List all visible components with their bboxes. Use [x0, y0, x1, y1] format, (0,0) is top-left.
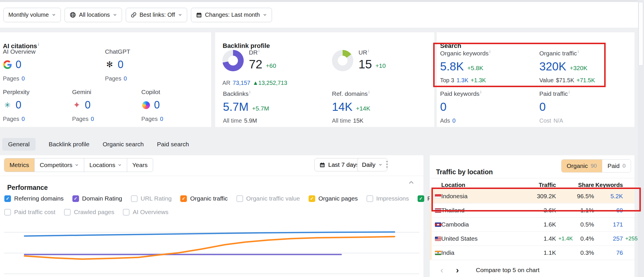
- chevron-down-icon: [378, 163, 382, 167]
- checkbox: [236, 195, 243, 202]
- segment-competitors[interactable]: Competitors: [34, 158, 84, 172]
- copilot-pages-link[interactable]: 0: [160, 116, 163, 122]
- metric-toggle-impressions[interactable]: Impressions: [367, 195, 409, 202]
- collapse-section-chevron-up-icon[interactable]: [408, 179, 415, 187]
- table-row-thailand[interactable]: Thailand 3.6K 1.1% 69: [430, 203, 634, 218]
- metric-toggle-referring-domains[interactable]: Referring domains: [4, 195, 64, 202]
- metric-toggle-url-rating[interactable]: URL Rating: [131, 195, 172, 202]
- filters-toolbar: Monthly volume All locations Best links:…: [0, 2, 638, 28]
- toggle-organic[interactable]: Organic90: [562, 160, 602, 172]
- ads-count-link[interactable]: 0: [452, 117, 455, 124]
- table-row-india[interactable]: India 1.1K 0.3% 76: [430, 246, 634, 260]
- chatgpt-metric: ChatGPT ✻0 Pages0: [105, 48, 130, 82]
- metric-toggle-organic-traffic-value[interactable]: Organic traffic value: [236, 195, 300, 202]
- page-next-chevron-icon[interactable]: ›: [452, 266, 463, 274]
- segment-locations[interactable]: Locations: [84, 158, 127, 172]
- table-row-indonesia[interactable]: Indonesia 309.2K 96.5% 5.2K: [430, 189, 634, 203]
- locations-filter-button[interactable]: All locations: [65, 8, 122, 22]
- top3-keywords-link[interactable]: 1.3K: [457, 77, 468, 83]
- perplexity-count-link[interactable]: 0: [16, 99, 21, 111]
- chevron-down-icon: [118, 163, 122, 167]
- checkbox: [131, 195, 138, 202]
- column-location: Location: [441, 182, 513, 188]
- chevron-down-icon: [113, 13, 117, 17]
- metric-toggle-organic-traffic[interactable]: Organic traffic: [180, 195, 228, 202]
- info-icon[interactable]: i: [578, 49, 579, 54]
- granularity-button[interactable]: Daily: [357, 158, 387, 171]
- perplexity-pages-link[interactable]: 0: [22, 116, 25, 122]
- ai-citations-panel: AI citationsi AI Overview 0 Pages0 ChatG…: [0, 32, 211, 127]
- ai-overview-count-link[interactable]: 0: [16, 58, 21, 71]
- info-icon[interactable]: i: [249, 90, 250, 94]
- segment-years[interactable]: Years: [127, 158, 153, 172]
- ref-domains-metric: Ref. domainsi 14K+14K All time15K: [332, 89, 370, 124]
- paid-keywords-metric: Paid keywordsi 0 Ads0: [440, 89, 481, 124]
- monthly-volume-filter-button[interactable]: Monthly volume: [3, 8, 61, 22]
- keywords-link[interactable]: 69: [616, 207, 623, 214]
- metric-toggle-domain-rating[interactable]: Domain Rating: [72, 195, 122, 202]
- keywords-link[interactable]: 171: [613, 221, 623, 228]
- backlinks-alltime-value: 5.9M: [244, 117, 257, 124]
- paid-keywords-value-link[interactable]: 0: [440, 100, 446, 114]
- performance-line-chart: [0, 213, 423, 277]
- keywords-link[interactable]: 5.2K: [611, 193, 623, 199]
- gemini-count-link[interactable]: 0: [85, 99, 91, 111]
- table-row-cambodia[interactable]: Cambodia 1.6K 0.5% 171: [430, 218, 634, 232]
- backlink-profile-panel: Backlink profile DRi 72+60 AR73,157▲13,2…: [215, 32, 434, 127]
- flag-cambodia-icon: [435, 222, 441, 227]
- page-previous-chevron-icon[interactable]: ‹: [436, 266, 448, 274]
- backlinks-value-link[interactable]: 5.7M: [223, 100, 249, 114]
- page-scrollbar[interactable]: [638, 0, 644, 277]
- performance-panel: Metrics Competitors Locations Years Last…: [0, 155, 423, 277]
- metric-toggle-organic-pages[interactable]: Organic pages: [309, 195, 358, 202]
- best-links-filter-button[interactable]: Best links: Off: [126, 8, 187, 22]
- ai-overview-pages-link[interactable]: 0: [22, 75, 25, 82]
- monthly-volume-label: Monthly volume: [8, 12, 49, 18]
- info-icon[interactable]: i: [38, 42, 39, 47]
- ur-value: 15: [358, 58, 372, 71]
- info-icon[interactable]: i: [569, 90, 570, 94]
- best-links-filter-label: Best links: Off: [140, 12, 175, 18]
- organic-traffic-value-link[interactable]: 320K: [539, 59, 566, 73]
- ar-value-link[interactable]: 73,157: [233, 80, 250, 86]
- segment-metrics[interactable]: Metrics: [4, 158, 34, 172]
- paid-traffic-value-link[interactable]: 0: [539, 100, 546, 114]
- chevron-down-icon: [178, 13, 182, 17]
- tab-paid-search[interactable]: Paid search: [157, 141, 189, 148]
- table-row-united-states[interactable]: United States 1.4K+1.4K 0.4% 257+255: [430, 232, 634, 246]
- ref-domains-value-link[interactable]: 14K: [332, 100, 352, 114]
- date-range-label: Last 7 days: [328, 161, 359, 168]
- organic-keywords-value-link[interactable]: 5.8K: [440, 59, 464, 73]
- chatgpt-pages-link[interactable]: 0: [124, 75, 127, 82]
- organic-traffic-metric: Organic traffici 320K+320K Value$71.5K+7…: [539, 48, 595, 84]
- granularity-label: Daily: [362, 161, 375, 168]
- flag-india-icon: [435, 251, 441, 255]
- info-icon[interactable]: i: [489, 49, 490, 54]
- copilot-count-link[interactable]: 0: [154, 99, 160, 111]
- info-icon[interactable]: i: [368, 48, 369, 53]
- google-icon: [3, 60, 12, 69]
- tab-organic-search[interactable]: Organic search: [103, 141, 144, 148]
- info-icon[interactable]: i: [369, 90, 369, 94]
- chatgpt-count-link[interactable]: 0: [118, 58, 123, 71]
- more-options-kebab-icon[interactable]: ⋮: [383, 159, 391, 169]
- toggle-paid[interactable]: Paid0: [602, 160, 631, 172]
- authority-rank-row: AR73,157▲13,252,713: [222, 80, 287, 86]
- gemini-pages-link[interactable]: 0: [91, 116, 94, 122]
- keywords-link[interactable]: 257: [613, 235, 623, 242]
- scrollbar-thumb[interactable]: [639, 2, 643, 65]
- chevron-down-icon: [75, 163, 79, 167]
- tab-general[interactable]: General: [2, 138, 35, 151]
- performance-title: Performance: [7, 184, 48, 192]
- calendar-icon: [319, 162, 325, 168]
- info-icon[interactable]: i: [480, 90, 481, 94]
- compare-top5-link[interactable]: Compare top 5 on chart: [476, 267, 540, 274]
- changes-filter-button[interactable]: Changes: Last month: [191, 8, 272, 22]
- keywords-link[interactable]: 76: [616, 249, 623, 256]
- tab-backlink-profile[interactable]: Backlink profile: [49, 141, 89, 148]
- locations-filter-label: All locations: [79, 12, 110, 18]
- gemini-metric: Gemini ✦0 Pages0: [72, 89, 94, 122]
- paid-traffic-metric: Paid traffici 0 CostN/A: [539, 89, 570, 124]
- domain-rating-block: DRi 72+60: [222, 47, 318, 79]
- info-icon[interactable]: i: [258, 48, 259, 53]
